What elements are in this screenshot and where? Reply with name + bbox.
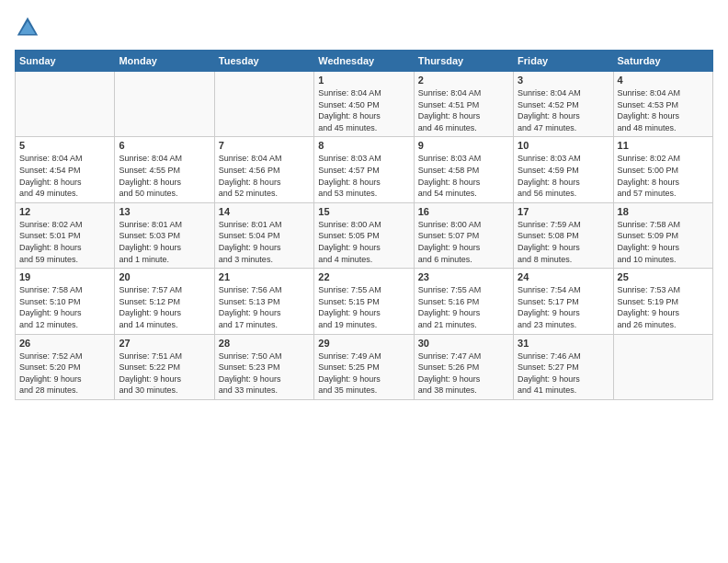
day-cell: 11Sunrise: 8:02 AM Sunset: 5:00 PM Dayli… <box>613 137 712 202</box>
day-number: 8 <box>318 140 409 151</box>
day-number: 13 <box>119 206 210 217</box>
day-number: 18 <box>618 206 709 217</box>
week-row-4: 19Sunrise: 7:58 AM Sunset: 5:10 PM Dayli… <box>16 269 713 334</box>
header-day-wednesday: Wednesday <box>314 51 414 72</box>
day-number: 2 <box>418 75 509 86</box>
day-cell: 25Sunrise: 7:53 AM Sunset: 5:19 PM Dayli… <box>613 269 712 334</box>
day-info: Sunrise: 7:46 AM Sunset: 5:27 PM Dayligh… <box>518 350 609 396</box>
day-number: 3 <box>518 75 609 86</box>
page: SundayMondayTuesdayWednesdayThursdayFrid… <box>0 0 728 563</box>
day-number: 16 <box>418 206 509 217</box>
day-info: Sunrise: 8:04 AM Sunset: 4:52 PM Dayligh… <box>518 87 609 133</box>
day-info: Sunrise: 8:04 AM Sunset: 4:55 PM Dayligh… <box>119 153 210 199</box>
day-number: 31 <box>518 338 609 349</box>
week-row-3: 12Sunrise: 8:02 AM Sunset: 5:01 PM Dayli… <box>16 202 713 268</box>
day-number: 20 <box>119 271 210 282</box>
day-info: Sunrise: 7:55 AM Sunset: 5:16 PM Dayligh… <box>418 284 509 330</box>
day-info: Sunrise: 7:58 AM Sunset: 5:09 PM Dayligh… <box>618 219 709 265</box>
day-cell: 13Sunrise: 8:01 AM Sunset: 5:03 PM Dayli… <box>115 202 214 268</box>
day-info: Sunrise: 7:51 AM Sunset: 5:22 PM Dayligh… <box>119 350 210 396</box>
day-info: Sunrise: 8:04 AM Sunset: 4:50 PM Dayligh… <box>318 87 409 133</box>
calendar-table: SundayMondayTuesdayWednesdayThursdayFrid… <box>15 50 713 400</box>
header-row: SundayMondayTuesdayWednesdayThursdayFrid… <box>16 51 713 72</box>
day-cell: 18Sunrise: 7:58 AM Sunset: 5:09 PM Dayli… <box>613 202 712 268</box>
day-cell: 22Sunrise: 7:55 AM Sunset: 5:15 PM Dayli… <box>314 269 414 334</box>
day-cell: 17Sunrise: 7:59 AM Sunset: 5:08 PM Dayli… <box>514 202 613 268</box>
day-cell: 1Sunrise: 8:04 AM Sunset: 4:50 PM Daylig… <box>314 72 414 137</box>
day-info: Sunrise: 8:00 AM Sunset: 5:05 PM Dayligh… <box>318 219 409 265</box>
day-number: 17 <box>518 206 609 217</box>
day-cell: 27Sunrise: 7:51 AM Sunset: 5:22 PM Dayli… <box>115 334 214 399</box>
day-cell: 16Sunrise: 8:00 AM Sunset: 5:07 PM Dayli… <box>414 202 513 268</box>
day-info: Sunrise: 7:53 AM Sunset: 5:19 PM Dayligh… <box>618 284 709 330</box>
week-row-2: 5Sunrise: 8:04 AM Sunset: 4:54 PM Daylig… <box>16 137 713 202</box>
day-number: 21 <box>219 271 310 282</box>
day-cell <box>613 334 712 399</box>
day-cell <box>115 72 214 137</box>
day-cell: 8Sunrise: 8:03 AM Sunset: 4:57 PM Daylig… <box>314 137 414 202</box>
day-number: 27 <box>119 338 210 349</box>
day-info: Sunrise: 8:04 AM Sunset: 4:51 PM Dayligh… <box>418 87 509 133</box>
day-info: Sunrise: 8:03 AM Sunset: 4:58 PM Dayligh… <box>418 153 509 199</box>
day-number: 6 <box>119 140 210 151</box>
day-info: Sunrise: 8:04 AM Sunset: 4:53 PM Dayligh… <box>618 87 709 133</box>
day-info: Sunrise: 8:04 AM Sunset: 4:54 PM Dayligh… <box>19 153 110 199</box>
header-day-monday: Monday <box>115 51 214 72</box>
logo <box>15 15 44 40</box>
day-number: 22 <box>318 271 409 282</box>
day-number: 14 <box>219 206 310 217</box>
day-number: 4 <box>618 75 709 86</box>
header-day-friday: Friday <box>514 51 613 72</box>
day-number: 5 <box>19 140 110 151</box>
day-number: 10 <box>518 140 609 151</box>
day-cell: 24Sunrise: 7:54 AM Sunset: 5:17 PM Dayli… <box>514 269 613 334</box>
day-info: Sunrise: 7:56 AM Sunset: 5:13 PM Dayligh… <box>219 284 310 330</box>
day-info: Sunrise: 7:55 AM Sunset: 5:15 PM Dayligh… <box>318 284 409 330</box>
day-info: Sunrise: 8:02 AM Sunset: 5:00 PM Dayligh… <box>618 153 709 199</box>
day-cell: 26Sunrise: 7:52 AM Sunset: 5:20 PM Dayli… <box>16 334 115 399</box>
day-info: Sunrise: 7:58 AM Sunset: 5:10 PM Dayligh… <box>19 284 110 330</box>
day-cell: 5Sunrise: 8:04 AM Sunset: 4:54 PM Daylig… <box>16 137 115 202</box>
day-cell: 19Sunrise: 7:58 AM Sunset: 5:10 PM Dayli… <box>16 269 115 334</box>
week-row-5: 26Sunrise: 7:52 AM Sunset: 5:20 PM Dayli… <box>16 334 713 399</box>
header-day-saturday: Saturday <box>613 51 712 72</box>
header-day-tuesday: Tuesday <box>214 51 313 72</box>
day-cell: 30Sunrise: 7:47 AM Sunset: 5:26 PM Dayli… <box>414 334 513 399</box>
day-number: 25 <box>618 271 709 282</box>
day-cell: 14Sunrise: 8:01 AM Sunset: 5:04 PM Dayli… <box>214 202 313 268</box>
day-info: Sunrise: 7:54 AM Sunset: 5:17 PM Dayligh… <box>518 284 609 330</box>
day-number: 11 <box>618 140 709 151</box>
day-info: Sunrise: 8:04 AM Sunset: 4:56 PM Dayligh… <box>219 153 310 199</box>
day-number: 7 <box>219 140 310 151</box>
day-number: 23 <box>418 271 509 282</box>
day-info: Sunrise: 7:59 AM Sunset: 5:08 PM Dayligh… <box>518 219 609 265</box>
header-day-sunday: Sunday <box>16 51 115 72</box>
header-day-thursday: Thursday <box>414 51 513 72</box>
day-cell: 29Sunrise: 7:49 AM Sunset: 5:25 PM Dayli… <box>314 334 414 399</box>
day-info: Sunrise: 8:01 AM Sunset: 5:03 PM Dayligh… <box>119 219 210 265</box>
day-cell: 21Sunrise: 7:56 AM Sunset: 5:13 PM Dayli… <box>214 269 313 334</box>
day-number: 30 <box>418 338 509 349</box>
day-info: Sunrise: 7:52 AM Sunset: 5:20 PM Dayligh… <box>19 350 110 396</box>
day-cell: 15Sunrise: 8:00 AM Sunset: 5:05 PM Dayli… <box>314 202 414 268</box>
day-cell: 4Sunrise: 8:04 AM Sunset: 4:53 PM Daylig… <box>613 72 712 137</box>
day-info: Sunrise: 8:03 AM Sunset: 4:57 PM Dayligh… <box>318 153 409 199</box>
day-number: 15 <box>318 206 409 217</box>
day-cell <box>16 72 115 137</box>
week-row-1: 1Sunrise: 8:04 AM Sunset: 4:50 PM Daylig… <box>16 72 713 137</box>
day-number: 9 <box>418 140 509 151</box>
day-cell: 9Sunrise: 8:03 AM Sunset: 4:58 PM Daylig… <box>414 137 513 202</box>
day-info: Sunrise: 7:57 AM Sunset: 5:12 PM Dayligh… <box>119 284 210 330</box>
day-cell: 20Sunrise: 7:57 AM Sunset: 5:12 PM Dayli… <box>115 269 214 334</box>
day-cell: 2Sunrise: 8:04 AM Sunset: 4:51 PM Daylig… <box>414 72 513 137</box>
day-info: Sunrise: 7:47 AM Sunset: 5:26 PM Dayligh… <box>418 350 509 396</box>
day-cell: 7Sunrise: 8:04 AM Sunset: 4:56 PM Daylig… <box>214 137 313 202</box>
day-number: 29 <box>318 338 409 349</box>
day-number: 19 <box>19 271 110 282</box>
logo-icon <box>15 15 40 40</box>
day-cell: 3Sunrise: 8:04 AM Sunset: 4:52 PM Daylig… <box>514 72 613 137</box>
day-info: Sunrise: 8:02 AM Sunset: 5:01 PM Dayligh… <box>19 219 110 265</box>
day-info: Sunrise: 8:03 AM Sunset: 4:59 PM Dayligh… <box>518 153 609 199</box>
day-cell: 31Sunrise: 7:46 AM Sunset: 5:27 PM Dayli… <box>514 334 613 399</box>
day-cell: 10Sunrise: 8:03 AM Sunset: 4:59 PM Dayli… <box>514 137 613 202</box>
